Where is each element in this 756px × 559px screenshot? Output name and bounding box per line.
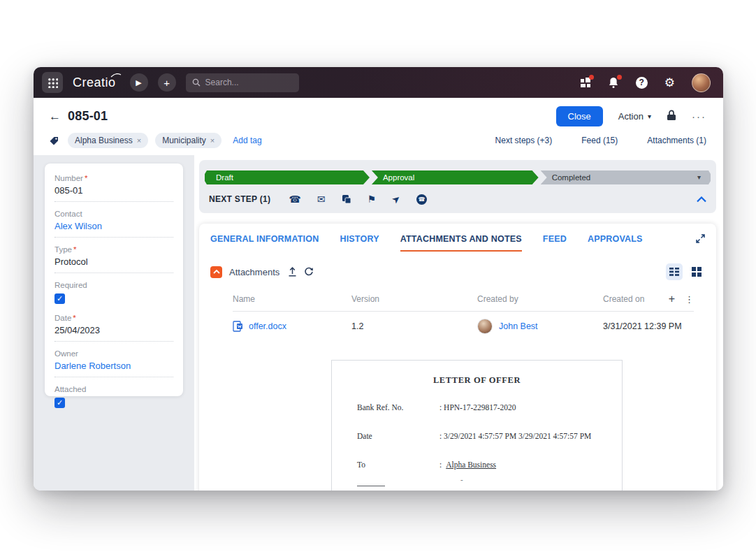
add-tag-button[interactable]: Add tag [233, 136, 261, 145]
run-process-button[interactable]: ▶ [130, 73, 148, 92]
call-icon[interactable]: ☎ [289, 194, 300, 205]
field-value[interactable]: Protocol [54, 256, 173, 273]
attachments-link[interactable]: Attachments (1) [647, 136, 706, 145]
col-created-by[interactable]: Created by [477, 294, 603, 304]
owner-link[interactable]: Darlene Robertson [54, 361, 173, 377]
creator-link[interactable]: John Best [499, 321, 538, 331]
required-checkbox[interactable]: ✓ [54, 293, 65, 304]
tab-general-information[interactable]: GENERAL INFORMATION [210, 234, 319, 250]
field-type: Type* Protocol [54, 245, 173, 273]
question-icon: ? [636, 77, 648, 89]
expand-icon[interactable] [696, 234, 705, 243]
add-column-button[interactable]: + [669, 293, 675, 305]
attachments-table: Name Version Created by Created on + ⋮ [210, 291, 705, 341]
navbar-right-cluster: ? ⚙ [580, 73, 711, 92]
main-panel: Draft Approval Completed ▾ NEXT STEP (1)… [194, 155, 723, 491]
top-navbar: Creatio ▶ + ? ⚙ [34, 67, 723, 98]
global-search[interactable] [186, 73, 299, 92]
tab-attachments-and-notes[interactable]: ATTACHMENTS AND NOTES [400, 234, 522, 252]
field-value[interactable]: 085-01 [54, 185, 173, 202]
tab-history[interactable]: HISTORY [340, 234, 379, 250]
whatsapp-icon[interactable]: ☎ [416, 194, 427, 205]
field-required: Required ✓ [54, 281, 173, 304]
list-view-button[interactable] [666, 263, 683, 280]
tab-feed[interactable]: FEED [543, 234, 567, 250]
email-icon[interactable]: ✉ [317, 194, 326, 205]
tag-pill[interactable]: Alpha Business × [68, 133, 148, 148]
lock-button[interactable] [667, 110, 676, 124]
check-icon: ✓ [57, 294, 63, 303]
table-row[interactable]: offer.docx 1.2 John Best 3/31/2021 12:39… [233, 312, 694, 341]
collapse-stage-icon[interactable] [697, 196, 706, 203]
action-dropdown[interactable]: Action ▾ [618, 111, 651, 122]
attached-checkbox[interactable]: ✓ [54, 398, 65, 408]
search-input[interactable] [205, 78, 282, 87]
tag-label: Municipality [162, 136, 206, 145]
more-menu-button[interactable]: ··· [692, 110, 706, 122]
next-steps-link[interactable]: Next steps (+3) [495, 136, 553, 145]
tab-strip: GENERAL INFORMATION HISTORY ATTACHMENTS … [210, 234, 705, 252]
flag-icon[interactable]: ⚑ [368, 194, 377, 205]
notifications-button[interactable] [608, 77, 619, 89]
required-asterisk: * [73, 245, 76, 254]
next-step-label: NEXT STEP (1) [209, 194, 270, 204]
attachments-title: Attachments [229, 267, 279, 277]
field-label: Contact [54, 210, 173, 218]
doc-to-label: To [357, 460, 439, 469]
creator-avatar [477, 319, 493, 334]
field-attached: Attached ✓ [54, 385, 173, 408]
file-link[interactable]: offer.docx [249, 321, 286, 331]
remove-tag-icon[interactable]: × [210, 136, 215, 145]
feed-link[interactable]: Feed (15) [581, 136, 618, 145]
stage-approval[interactable]: Approval [372, 170, 539, 184]
send-icon[interactable]: ➤ [392, 194, 400, 205]
record-header: ← 085-01 Close Action ▾ ··· Alpha Busine… [34, 98, 723, 155]
app-menu-button[interactable] [42, 72, 63, 93]
processes-button[interactable] [580, 77, 591, 88]
doc-to-value: Alpha Business [446, 460, 496, 469]
help-button[interactable]: ? [636, 77, 648, 89]
remove-tag-icon[interactable]: × [137, 136, 141, 145]
stage-completed[interactable]: Completed ▾ [541, 170, 711, 184]
stage-label: Completed [552, 170, 591, 184]
tile-view-button[interactable] [688, 263, 705, 280]
stage-draft[interactable]: Draft [205, 170, 370, 184]
copy-tasks-icon[interactable] [342, 194, 351, 204]
settings-button[interactable]: ⚙ [664, 75, 675, 90]
upload-icon[interactable] [288, 267, 297, 277]
field-value[interactable]: 25/04/2023 [54, 325, 173, 342]
doc-bank-label: Bank Ref. No. [357, 403, 439, 412]
field-label: Number [54, 174, 83, 182]
table-header: Name Version Created by Created on + ⋮ [233, 291, 694, 307]
page-title: 085-01 [68, 109, 108, 124]
col-name[interactable]: Name [233, 294, 351, 304]
attachments-toolbar: Attachments [210, 263, 705, 280]
contact-link[interactable]: Alex Wilson [54, 221, 173, 238]
tab-approvals[interactable]: APPROVALS [588, 234, 643, 250]
col-version[interactable]: Version [351, 294, 477, 304]
quick-add-button[interactable]: + [158, 73, 176, 92]
version-cell: 1.2 [351, 321, 477, 331]
chevron-down-icon: ▾ [648, 112, 651, 120]
back-button[interactable]: ← [49, 110, 61, 124]
tag-pill[interactable]: Municipality × [155, 133, 221, 148]
field-label: Required [54, 281, 173, 289]
field-number: Number* 085-01 [54, 174, 173, 202]
user-avatar[interactable] [692, 73, 711, 92]
search-icon [192, 78, 201, 87]
tag-icon [49, 136, 59, 146]
refresh-icon[interactable] [304, 267, 314, 277]
next-step-actions: ☎ ✉ ⚑ ➤ ☎ [289, 194, 426, 205]
lock-icon [667, 110, 676, 121]
profile-form-card: Number* 085-01 Contact Alex Wilson Type*… [45, 164, 183, 396]
view-toggles [666, 263, 705, 280]
col-created-on[interactable]: Created on [603, 294, 669, 304]
field-label: Attached [54, 385, 173, 393]
field-label: Date [54, 314, 71, 322]
doc-date-label: Date [357, 432, 439, 440]
collapse-attachments-button[interactable] [210, 266, 222, 278]
close-button[interactable]: Close [556, 106, 603, 126]
notification-dot [589, 75, 594, 80]
action-label: Action [618, 111, 644, 122]
column-menu-button[interactable]: ⋮ [685, 294, 694, 305]
